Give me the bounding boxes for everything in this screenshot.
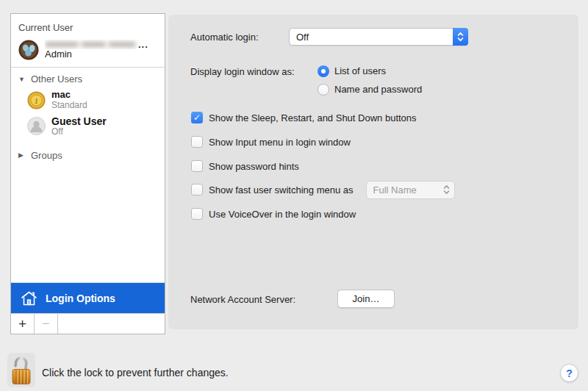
user-mac-name: mac — [51, 90, 159, 101]
fast-user-switching-popup: Full Name — [366, 181, 455, 199]
current-user-row[interactable]: ... Admin — [11, 37, 165, 62]
checkbox-unchecked-icon — [191, 208, 203, 220]
other-users-group-header[interactable]: ▼ Other Users — [18, 73, 165, 85]
current-user-role: Admin — [45, 49, 159, 60]
checkbox-row-voiceover[interactable]: Use VoiceOver in the login window — [191, 207, 356, 220]
groups-group-header[interactable]: ▶ Groups — [18, 150, 165, 161]
user-list-sidebar: Current User ... Admin — [10, 13, 165, 334]
current-user-header: Current User — [18, 22, 165, 33]
popup-chevrons-icon — [453, 28, 468, 46]
user-row-guest[interactable]: Guest User Off — [11, 113, 165, 140]
automatic-login-popup[interactable]: Off — [289, 28, 468, 46]
automatic-login-value: Off — [290, 32, 453, 43]
checkbox-checked-icon: ✓ — [191, 112, 203, 123]
lock-hint-text: Click the lock to prevent further change… — [42, 367, 229, 379]
checkbox-row-password-hints[interactable]: Show password hints — [191, 159, 299, 173]
current-user-name-redacted: ... — [45, 40, 159, 49]
login-options-pane: Automatic login: Off Display login windo… — [168, 15, 578, 329]
add-user-button[interactable]: + — [11, 314, 35, 334]
groups-label: Groups — [31, 150, 62, 161]
unlocked-padlock-icon — [10, 355, 33, 386]
users-groups-preferences-window: Current User ... Admin — [0, 0, 588, 391]
guest-user-avatar — [27, 117, 46, 135]
user-mac-role: Standard — [51, 101, 159, 111]
checkbox-unchecked-icon — [191, 136, 203, 148]
radio-option-name-and-password[interactable]: Name and password — [318, 83, 422, 96]
user-row-mac[interactable]: 1 mac Standard — [11, 87, 165, 113]
login-options-button[interactable]: Login Options — [11, 282, 165, 314]
list-action-bar: + − — [11, 313, 165, 334]
disclosure-down-icon: ▼ — [18, 76, 26, 83]
checkbox-row-input-menu[interactable]: Show Input menu in login window — [191, 135, 351, 148]
user-mac-avatar: 1 — [27, 91, 46, 110]
radio-label-list-of-users: List of users — [334, 65, 386, 76]
radio-unselected-icon — [318, 84, 329, 96]
checkbox-row-sleep-restart-shutdown[interactable]: ✓ Show the Sleep, Restart, and Shut Down… — [191, 111, 417, 124]
popup-chevrons-disabled-icon — [443, 184, 450, 195]
svg-text:1: 1 — [35, 96, 38, 104]
network-account-server-label: Network Account Server: — [190, 294, 295, 305]
checkbox-unchecked-icon — [191, 160, 203, 172]
lock-button[interactable] — [7, 353, 35, 387]
radio-label-name-and-password: Name and password — [334, 84, 422, 95]
automatic-login-label: Automatic login: — [190, 32, 259, 43]
help-button[interactable]: ? — [560, 364, 578, 382]
login-options-label: Login Options — [46, 293, 115, 304]
redacted-ellipsis: ... — [138, 43, 148, 47]
current-user-avatar — [18, 40, 39, 60]
remove-user-button[interactable]: − — [35, 314, 58, 334]
radio-option-list-of-users[interactable]: List of users — [318, 65, 386, 77]
display-login-label: Display login window as: — [190, 66, 295, 77]
join-button[interactable]: Join… — [337, 290, 395, 308]
home-icon — [20, 290, 38, 307]
sidebar-divider — [11, 67, 165, 68]
checkbox-row-fast-user-switching[interactable]: Show fast user switching menu as Full Na… — [191, 183, 455, 196]
disclosure-right-icon: ▶ — [18, 151, 26, 159]
guest-user-name: Guest User — [51, 115, 159, 127]
checkbox-unchecked-icon — [191, 184, 203, 196]
guest-user-role: Off — [51, 127, 159, 137]
radio-selected-icon — [318, 65, 329, 77]
other-users-label: Other Users — [31, 73, 82, 85]
